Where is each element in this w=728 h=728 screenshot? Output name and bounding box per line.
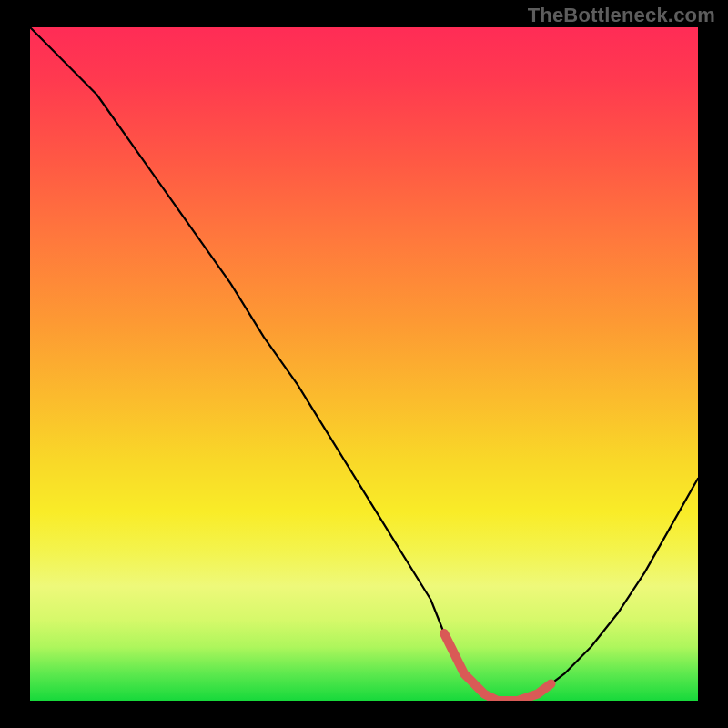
plot-area: [30, 27, 698, 701]
bottleneck-curve: [30, 27, 698, 701]
curve-layer: [30, 27, 698, 701]
watermark-text: TheBottleneck.com: [528, 4, 715, 27]
chart-container: TheBottleneck.com: [0, 0, 728, 728]
trough-highlight: [444, 633, 551, 701]
